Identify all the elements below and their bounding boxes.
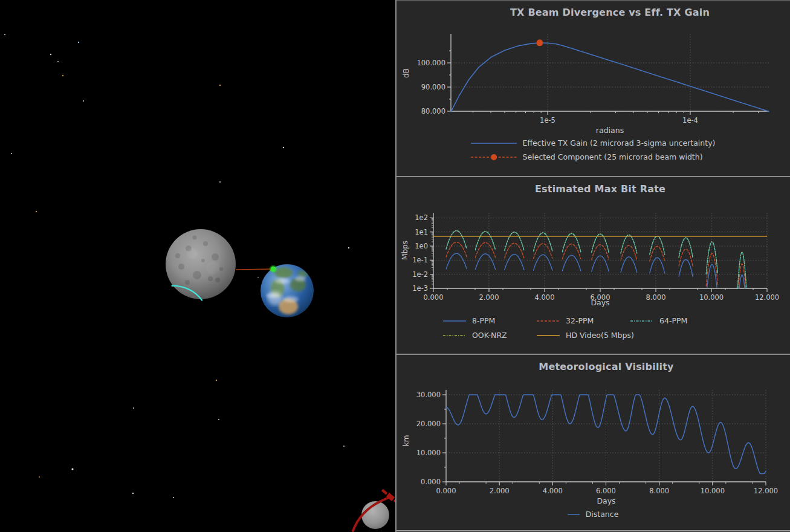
x-axis-label: Days: [591, 298, 609, 307]
legend-swatch: [567, 511, 580, 518]
orbit-view-canvas[interactable]: [0, 0, 395, 532]
legend-item: 8-PPM: [442, 316, 536, 325]
legend-swatch: [442, 332, 467, 339]
legend-label: 32-PPM: [566, 316, 594, 325]
x-axis-label: Days: [597, 496, 615, 505]
legend-label: HD Video(5 Mbps): [566, 331, 634, 340]
svg-text:6.000: 6.000: [596, 487, 616, 495]
svg-text:1e-1: 1e-1: [412, 256, 428, 264]
chart-title: TX Beam Divergence vs Eff. TX Gain: [510, 7, 710, 18]
svg-text:10.000: 10.000: [699, 293, 724, 302]
y-axis-label: km: [402, 435, 410, 447]
legend-swatch: [536, 332, 560, 339]
svg-text:0.000: 0.000: [421, 478, 441, 486]
svg-text:80.000: 80.000: [421, 107, 445, 115]
svg-text:12.000: 12.000: [755, 293, 779, 302]
legend-item: 64-PPM: [630, 316, 739, 325]
svg-text:0.000: 0.000: [424, 293, 444, 302]
panel-separator: [397, 176, 790, 177]
legend: 8-PPM32-PPM64-PPMOOK-NRZHD Video(5 Mbps): [442, 316, 739, 340]
svg-text:1e2: 1e2: [415, 213, 428, 222]
y-axis-label: dB: [402, 68, 410, 78]
orbit-view-scene: [0, 0, 395, 532]
pane-splitter[interactable]: [395, 0, 397, 532]
gmat-app-window: 80.00090.000100.0001e-51e-4 TX Beam Dive…: [0, 0, 790, 532]
svg-text:1e-4: 1e-4: [682, 116, 698, 125]
comm-link-line: [236, 269, 273, 270]
logo-satellite-icon: [381, 488, 395, 505]
svg-text:4.000: 4.000: [543, 487, 563, 495]
svg-text:1e-5: 1e-5: [540, 116, 555, 125]
svg-text:1e1: 1e1: [415, 228, 428, 236]
legend-swatch: [470, 154, 517, 161]
plots-panel: 80.00090.000100.0001e-51e-4 TX Beam Dive…: [395, 0, 790, 532]
legend-item: Effective TX Gain (2 microrad 3-sigma un…: [470, 138, 716, 148]
legend-swatch: [442, 317, 467, 325]
svg-text:10.000: 10.000: [701, 487, 725, 495]
legend-swatch: [630, 317, 654, 325]
legend-item: HD Video(5 Mbps): [536, 331, 630, 340]
tx-gain-panel: 80.00090.000100.0001e-51e-4 TX Beam Dive…: [395, 0, 790, 177]
legend: Effective TX Gain (2 microrad 3-sigma un…: [470, 138, 716, 161]
svg-text:90.000: 90.000: [421, 83, 445, 91]
svg-text:100.000: 100.000: [416, 59, 445, 67]
svg-text:30.000: 30.000: [416, 391, 441, 399]
legend-item: 32-PPM: [536, 316, 630, 325]
svg-text:2.000: 2.000: [490, 487, 510, 495]
svg-text:8.000: 8.000: [649, 487, 669, 495]
legend-swatch: [470, 140, 517, 147]
svg-text:20.000: 20.000: [416, 420, 441, 428]
visibility-panel: 0.00010.00020.00030.0000.0002.0004.0006.…: [395, 354, 790, 532]
svg-text:1e-2: 1e-2: [412, 270, 428, 279]
legend-label: 64-PPM: [659, 316, 687, 325]
svg-text:8.000: 8.000: [646, 293, 666, 302]
svg-text:12.000: 12.000: [754, 487, 778, 495]
legend-label: Selected Component (25 microrad beam wid…: [523, 152, 703, 161]
chart-title: Meteorological Visibility: [539, 361, 673, 372]
gmat-logo: [353, 488, 395, 531]
pane-border-top: [397, 0, 790, 1]
svg-text:2.000: 2.000: [479, 293, 499, 302]
svg-text:10.000: 10.000: [416, 449, 441, 457]
legend-label: Effective TX Gain (2 microrad 3-sigma un…: [523, 138, 716, 148]
svg-text:0.000: 0.000: [436, 487, 456, 495]
svg-text:1e-3: 1e-3: [412, 284, 428, 293]
moon: [166, 229, 236, 300]
x-axis-label: radians: [596, 126, 624, 135]
legend: Distance: [567, 510, 619, 519]
svg-text:4.000: 4.000: [535, 293, 555, 302]
legend-swatch: [536, 317, 560, 325]
earth: [261, 264, 314, 317]
y-axis-label: Mbps: [401, 241, 409, 260]
legend-label: OOK-NRZ: [472, 331, 507, 340]
ground-station-marker: [271, 267, 276, 272]
legend-item: OOK-NRZ: [442, 331, 536, 340]
legend-item: Selected Component (25 microrad beam wid…: [470, 152, 703, 161]
legend-item: Distance: [567, 510, 619, 519]
legend-label: 8-PPM: [472, 316, 495, 325]
svg-text:1e0: 1e0: [415, 242, 428, 250]
chart-title: Estimated Max Bit Rate: [535, 183, 665, 195]
legend-label: Distance: [586, 510, 619, 519]
visibility-chart: 0.00010.00020.00030.0000.0002.0004.0006.…: [395, 354, 790, 532]
panel-separator: [397, 354, 790, 355]
pane-border-bottom: [397, 530, 790, 531]
bit-rate-panel: 1e21e11e01e-11e-21e-30.0002.0004.0006.00…: [395, 177, 790, 354]
